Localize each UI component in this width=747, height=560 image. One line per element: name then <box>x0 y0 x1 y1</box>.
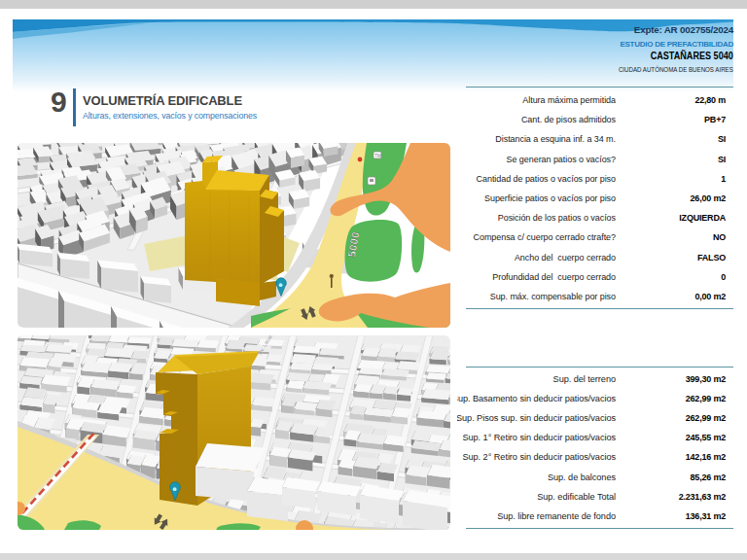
svg-text:TM: TM <box>374 154 381 158</box>
